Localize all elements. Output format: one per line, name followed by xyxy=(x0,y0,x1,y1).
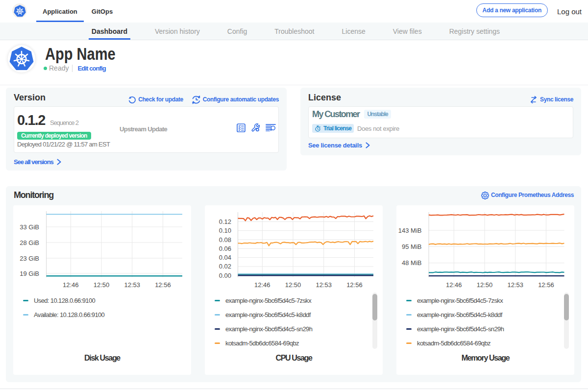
svg-text:0.08: 0.08 xyxy=(219,236,231,244)
svg-text:12:50: 12:50 xyxy=(94,281,110,289)
svg-text:12:56: 12:56 xyxy=(346,281,363,289)
svg-text:0.00: 0.00 xyxy=(219,272,231,279)
svg-text:12:56: 12:56 xyxy=(538,281,554,289)
svg-text:143 MiB: 143 MiB xyxy=(398,227,422,234)
svg-text:0.06: 0.06 xyxy=(219,245,231,252)
svg-text:12:50: 12:50 xyxy=(285,281,301,289)
svg-text:0.02: 0.02 xyxy=(219,263,231,270)
svg-text:12:53: 12:53 xyxy=(316,281,332,289)
svg-text:23 GiB: 23 GiB xyxy=(20,255,39,262)
svg-text:19 GiB: 19 GiB xyxy=(20,270,39,277)
svg-text:0.04: 0.04 xyxy=(219,254,231,261)
svg-text:95 MiB: 95 MiB xyxy=(402,243,421,250)
svg-text:12:50: 12:50 xyxy=(477,281,493,289)
svg-text:12:46: 12:46 xyxy=(446,281,462,289)
svg-text:28 GiB: 28 GiB xyxy=(20,239,39,246)
svg-text:0.12: 0.12 xyxy=(219,218,231,225)
svg-text:12:53: 12:53 xyxy=(507,281,523,289)
svg-text:0.10: 0.10 xyxy=(219,227,231,234)
svg-text:12:46: 12:46 xyxy=(63,281,79,289)
svg-text:48 MiB: 48 MiB xyxy=(402,259,421,267)
svg-text:12:46: 12:46 xyxy=(254,281,270,289)
svg-text:33 GiB: 33 GiB xyxy=(20,223,39,231)
svg-text:12:53: 12:53 xyxy=(124,281,140,289)
svg-text:12:56: 12:56 xyxy=(155,281,171,289)
